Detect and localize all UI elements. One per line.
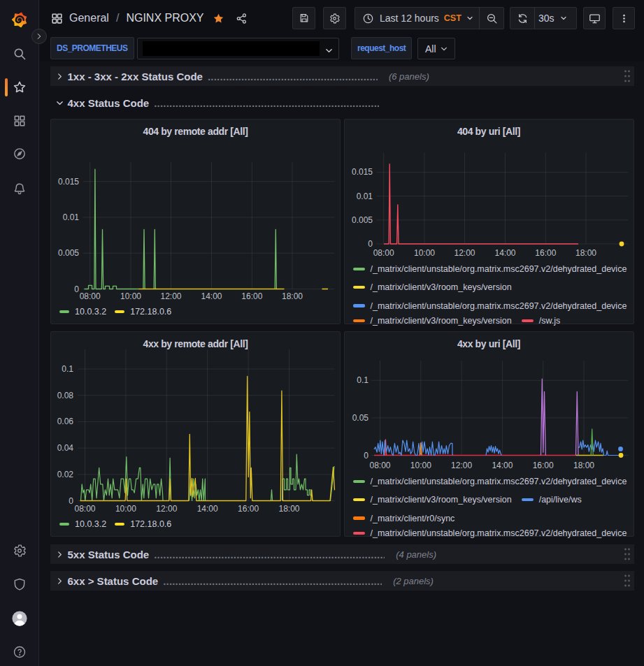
svg-text:08:00: 08:00 [74, 504, 95, 514]
svg-text:10:00: 10:00 [120, 291, 141, 301]
svg-text:08:00: 08:00 [80, 291, 101, 301]
svg-text:08:00: 08:00 [369, 461, 390, 470]
svg-text:0: 0 [364, 451, 368, 461]
svg-text:0: 0 [74, 284, 79, 294]
svg-text:14:00: 14:00 [197, 504, 218, 514]
svg-text:0.1: 0.1 [357, 375, 368, 385]
svg-text:16:00: 16:00 [238, 504, 259, 514]
svg-text:0.01: 0.01 [356, 191, 373, 201]
svg-text:08:00: 08:00 [373, 248, 394, 258]
svg-text:14:00: 14:00 [492, 461, 513, 470]
svg-text:0.06: 0.06 [57, 417, 74, 426]
svg-text:12:00: 12:00 [451, 461, 472, 470]
svg-text:0.1: 0.1 [62, 364, 73, 374]
svg-text:18:00: 18:00 [278, 504, 299, 514]
svg-text:14:00: 14:00 [201, 291, 222, 301]
svg-text:0.04: 0.04 [57, 443, 74, 453]
svg-text:0.015: 0.015 [58, 177, 79, 187]
svg-text:12:00: 12:00 [454, 248, 475, 258]
svg-text:0: 0 [368, 239, 373, 249]
svg-text:18:00: 18:00 [282, 291, 303, 301]
svg-text:0.08: 0.08 [57, 391, 74, 400]
svg-text:18:00: 18:00 [575, 248, 596, 258]
svg-text:16:00: 16:00 [532, 461, 553, 470]
svg-text:0.01: 0.01 [63, 212, 80, 222]
svg-text:0: 0 [69, 496, 73, 506]
svg-text:0.05: 0.05 [352, 413, 368, 423]
svg-text:10:00: 10:00 [410, 461, 431, 470]
svg-text:0.02: 0.02 [57, 470, 74, 479]
svg-text:0.005: 0.005 [351, 215, 372, 225]
svg-text:10:00: 10:00 [413, 248, 434, 258]
svg-text:12:00: 12:00 [160, 291, 181, 301]
svg-text:12:00: 12:00 [156, 504, 177, 514]
svg-text:0.005: 0.005 [58, 248, 79, 258]
svg-text:16:00: 16:00 [241, 291, 262, 301]
svg-text:0.015: 0.015 [351, 167, 372, 177]
svg-text:10:00: 10:00 [115, 504, 136, 514]
svg-text:14:00: 14:00 [494, 248, 515, 258]
svg-text:18:00: 18:00 [573, 461, 594, 470]
svg-text:16:00: 16:00 [535, 248, 556, 258]
